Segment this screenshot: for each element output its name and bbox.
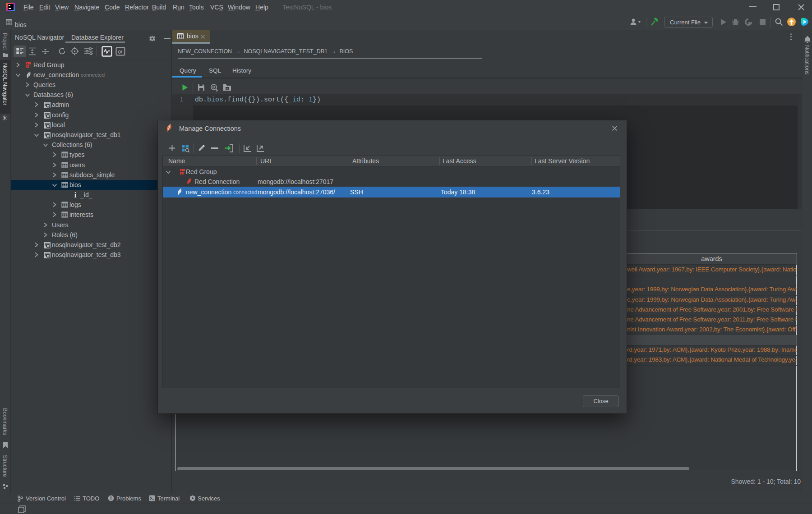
svg-text:T: T — [226, 87, 228, 91]
svg-text:QL: QL — [118, 50, 124, 54]
